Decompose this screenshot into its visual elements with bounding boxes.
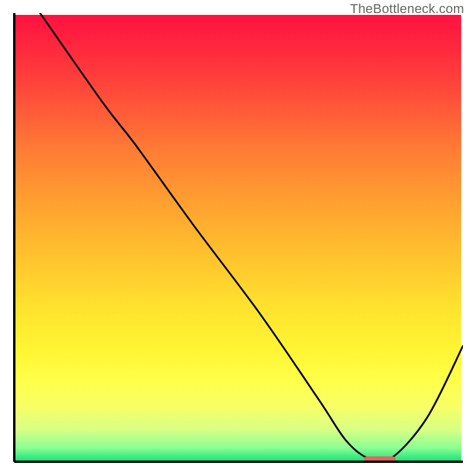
minimum-marker bbox=[364, 456, 396, 462]
watermark-text: TheBottleneck.com bbox=[350, 1, 464, 17]
bottleneck-curve bbox=[13, 13, 463, 463]
plot-area bbox=[13, 13, 463, 463]
